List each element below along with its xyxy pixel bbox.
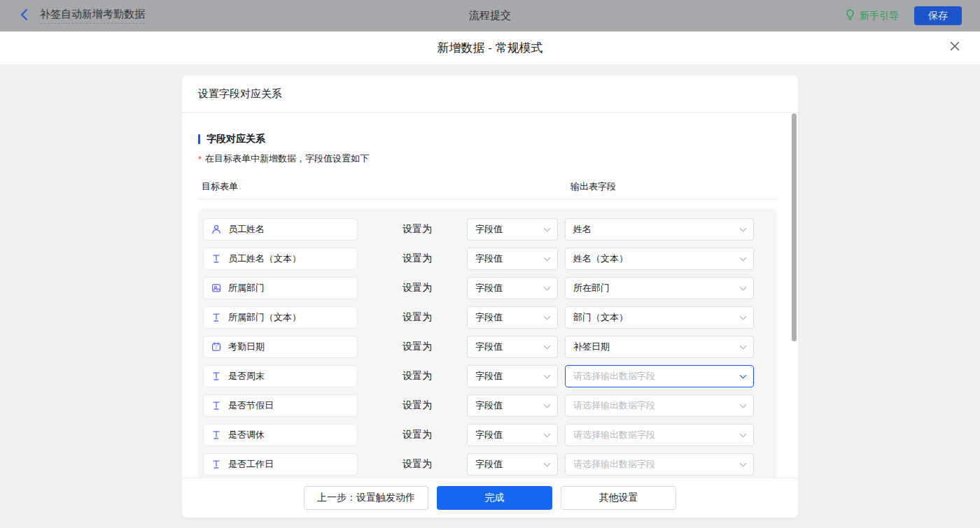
close-button[interactable] [948,41,962,55]
chevron-down-icon [740,225,747,232]
output-field-select[interactable]: 姓名 [565,218,754,241]
target-field-chip[interactable]: 员工姓名 [203,218,358,241]
output-field-text: 请选择输出数据字段 [573,399,655,412]
card-body: 字段对应关系 * 在目标表单中新增数据，字段值设置如下 目标表单 输出表字段 员… [182,113,798,478]
svg-text:7: 7 [215,345,218,350]
output-field-select[interactable]: 请选择输出数据字段 [565,424,754,446]
chevron-down-icon [740,313,747,320]
value-type-text: 字段值 [475,370,503,383]
value-type-text: 字段值 [475,341,503,353]
card-header: 设置字段对应关系 [182,76,798,113]
field-mapping-row: 是否周末 设置为 字段值 请选择输出数据字段 [203,365,772,387]
target-field-label: 是否周末 [228,370,265,383]
output-field-select[interactable]: 请选择输出数据字段 [565,394,754,417]
save-button[interactable]: 保存 [914,6,962,25]
chevron-down-icon [740,431,747,438]
chevron-down-icon [544,225,551,232]
target-field-label: 所属部门 [228,282,265,294]
value-type-select[interactable]: 字段值 [467,365,558,387]
value-type-select[interactable]: 字段值 [467,248,558,270]
output-field-select[interactable]: 所在部门 [565,277,754,299]
chevron-down-icon [544,255,551,262]
chevron-down-icon [740,460,747,467]
modal-body: 设置字段对应关系 字段对应关系 * 在目标表单中新增数据，字段值设置如下 目标表… [0,65,980,528]
operator-label: 设置为 [402,429,467,441]
target-field-chip[interactable]: 员工姓名（文本） [203,248,358,270]
target-field-chip[interactable]: 是否工作日 [203,453,358,476]
value-type-select[interactable]: 字段值 [467,394,558,417]
operator-label: 设置为 [402,370,467,383]
scrollbar-thumb[interactable] [792,113,797,341]
field-mapping-row: 员工姓名（文本） 设置为 字段值 姓名（文本） [203,248,772,270]
chevron-down-icon [544,401,551,408]
chevron-down-icon [740,343,747,350]
operator-label: 设置为 [402,252,467,265]
output-field-text: 请选择输出数据字段 [573,429,655,441]
back-button[interactable] [19,9,29,23]
other-settings-button[interactable]: 其他设置 [561,486,676,510]
chevron-down-icon [740,284,747,291]
done-button[interactable]: 完成 [437,486,552,510]
beginner-guide-link[interactable]: 新手引导 [845,9,899,23]
output-field-text: 请选择输出数据字段 [573,370,655,383]
output-field-select[interactable]: 请选择输出数据字段 [565,453,754,476]
value-type-select[interactable]: 字段值 [467,453,558,476]
text-icon [211,312,222,323]
field-mapping-row: 员工姓名 设置为 字段值 姓名 [203,218,772,241]
target-field-chip[interactable]: 是否周末 [203,365,358,387]
output-field-select[interactable]: 部门（文本） [565,306,754,329]
section-title-text: 字段对应关系 [206,133,265,145]
previous-step-button[interactable]: 上一步：设置触发动作 [304,486,428,510]
target-field-label: 是否工作日 [228,458,274,471]
value-type-text: 字段值 [475,311,503,324]
output-field-text: 补签日期 [573,341,610,353]
output-field-select[interactable]: 姓名（文本） [565,248,754,270]
target-field-label: 员工姓名（文本） [228,252,301,265]
topbar: 补签自动新增考勤数据 流程提交 新手引导 保存 [0,0,980,31]
value-type-select[interactable]: 字段值 [467,277,558,299]
chevron-left-icon [19,8,28,24]
value-type-text: 字段值 [475,399,503,412]
chevron-down-icon [740,401,747,408]
target-field-chip[interactable]: 所属部门 [203,277,358,299]
target-field-chip[interactable]: 所属部门（文本） [203,306,358,329]
value-type-select[interactable]: 字段值 [467,336,558,358]
value-type-select[interactable]: 字段值 [467,424,558,446]
value-type-select[interactable]: 字段值 [467,306,558,329]
output-field-select[interactable]: 补签日期 [565,336,754,358]
chevron-down-icon [544,284,551,291]
field-mapping-card: 设置字段对应关系 字段对应关系 * 在目标表单中新增数据，字段值设置如下 目标表… [182,76,798,518]
value-type-text: 字段值 [475,458,503,471]
field-mapping-row: 所属部门（文本） 设置为 字段值 部门（文本） [203,306,772,329]
text-icon [211,400,222,411]
modal-header: 新增数据 - 常规模式 [0,31,980,65]
text-icon [211,459,222,470]
section-title: 字段对应关系 [198,133,777,145]
target-field-chip[interactable]: 是否节假日 [203,394,358,417]
target-field-chip[interactable]: 是否调休 [203,424,358,446]
chevron-down-icon [544,343,551,350]
output-field-text: 姓名（文本） [573,252,628,265]
output-field-text: 请选择输出数据字段 [573,458,655,471]
output-field-select[interactable]: 请选择输出数据字段 [565,365,754,387]
close-icon [949,41,960,55]
column-header-output: 输出表字段 [570,180,616,193]
field-mapping-row: 是否工作日 设置为 字段值 请选择输出数据字段 [203,453,772,476]
chevron-down-icon [740,255,747,262]
calendar-icon: 7 [211,341,222,352]
target-field-label: 是否节假日 [228,399,274,412]
operator-label: 设置为 [402,223,467,236]
text-icon [211,371,222,382]
chevron-down-icon [544,431,551,438]
required-mark: * [198,154,202,164]
field-mapping-row: 是否节假日 设置为 字段值 请选择输出数据字段 [203,394,772,417]
output-field-text: 所在部门 [573,282,610,294]
flow-name[interactable]: 补签自动新增考勤数据 [40,8,145,24]
guide-label: 新手引导 [860,10,899,22]
operator-label: 设置为 [402,341,467,353]
target-field-label: 是否调休 [228,429,265,441]
value-type-select[interactable]: 字段值 [467,218,558,241]
target-field-label: 员工姓名 [228,223,265,236]
operator-label: 设置为 [402,458,467,471]
target-field-chip[interactable]: 7 考勤日期 [203,336,358,358]
